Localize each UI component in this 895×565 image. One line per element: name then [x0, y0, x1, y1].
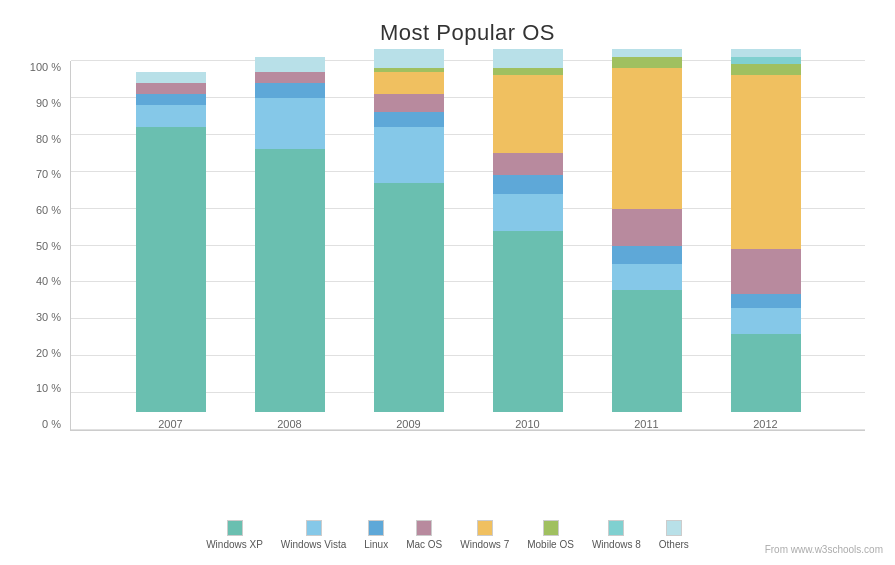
- legend-item-windows8: Windows 8: [592, 520, 641, 550]
- bar-group: 2010: [493, 49, 563, 430]
- legend-label-others: Others: [659, 539, 689, 550]
- chart-container: Most Popular OS 0 %10 %20 %30 %40 %50 %6…: [0, 0, 895, 565]
- bar: [493, 49, 563, 412]
- bar-segment-windowsVista: [612, 264, 682, 290]
- bar-segment-windowsXP: [612, 290, 682, 412]
- legend-swatch-macOS: [416, 520, 432, 536]
- y-axis-label: 80 %: [16, 133, 61, 145]
- bar-segment-others: [731, 49, 801, 56]
- bar-segment-windows7: [731, 75, 801, 249]
- bar-segment-windows7: [612, 68, 682, 209]
- bar-segment-windowsVista: [493, 194, 563, 231]
- legend-swatch-windows8: [608, 520, 624, 536]
- bar-segment-windowsXP: [493, 231, 563, 412]
- legend-item-macOS: Mac OS: [406, 520, 442, 550]
- legend-item-mobileOS: Mobile OS: [527, 520, 574, 550]
- legend-label-windows7: Windows 7: [460, 539, 509, 550]
- x-axis-label: 2008: [277, 418, 301, 430]
- legend-swatch-windowsVista: [306, 520, 322, 536]
- bar-segment-linux: [493, 175, 563, 194]
- bar-segment-windowsXP: [731, 334, 801, 412]
- bars-wrapper: 200720082009201020112012: [71, 61, 865, 430]
- bar-segment-macOS: [374, 94, 444, 113]
- bar-segment-windowsVista: [255, 98, 325, 150]
- bar-segment-others: [374, 49, 444, 68]
- y-axis-label: 90 %: [16, 97, 61, 109]
- legend-swatch-linux: [368, 520, 384, 536]
- bar-segment-linux: [612, 246, 682, 265]
- bar-segment-windows8: [731, 57, 801, 64]
- bar-segment-mobileOS: [612, 57, 682, 68]
- y-axis-label: 0 %: [16, 418, 61, 430]
- y-axis-label: 30 %: [16, 311, 61, 323]
- legend-label-windowsVista: Windows Vista: [281, 539, 346, 550]
- y-axis-label: 20 %: [16, 347, 61, 359]
- x-axis-label: 2010: [515, 418, 539, 430]
- bar-segment-windowsXP: [255, 149, 325, 412]
- bar-group: 2009: [374, 49, 444, 430]
- legend-label-windows8: Windows 8: [592, 539, 641, 550]
- bar-group: 2011: [612, 49, 682, 430]
- bar-segment-linux: [731, 294, 801, 309]
- bar-segment-macOS: [255, 72, 325, 83]
- y-axis-label: 70 %: [16, 168, 61, 180]
- bar-segment-windowsVista: [374, 127, 444, 183]
- bar: [255, 57, 325, 412]
- x-axis-label: 2007: [158, 418, 182, 430]
- bar-segment-linux: [136, 94, 206, 105]
- legend-item-others: Others: [659, 520, 689, 550]
- bar: [731, 49, 801, 412]
- y-axis-label: 50 %: [16, 240, 61, 252]
- y-axis-label: 10 %: [16, 382, 61, 394]
- bar: [612, 49, 682, 412]
- bar-segment-others: [493, 49, 563, 68]
- bar-segment-others: [612, 49, 682, 56]
- legend-swatch-others: [666, 520, 682, 536]
- bar-segment-macOS: [731, 249, 801, 293]
- y-axis-label: 60 %: [16, 204, 61, 216]
- bar-segment-linux: [255, 83, 325, 98]
- bar-segment-others: [255, 57, 325, 72]
- legend-swatch-windows7: [477, 520, 493, 536]
- legend-label-mobileOS: Mobile OS: [527, 539, 574, 550]
- bar-segment-macOS: [612, 209, 682, 246]
- legend-label-linux: Linux: [364, 539, 388, 550]
- x-axis-label: 2012: [753, 418, 777, 430]
- bar-group: 2008: [255, 57, 325, 430]
- legend-label-windowsXP: Windows XP: [206, 539, 263, 550]
- x-axis-label: 2011: [634, 418, 658, 430]
- bar-segment-windows7: [493, 75, 563, 153]
- bar-group: 2012: [731, 49, 801, 430]
- bar-group: 2007: [136, 72, 206, 430]
- legend: Windows XPWindows VistaLinuxMac OSWindow…: [0, 520, 895, 550]
- legend-item-windowsXP: Windows XP: [206, 520, 263, 550]
- bar-segment-mobileOS: [493, 68, 563, 75]
- y-axis-labels: 0 %10 %20 %30 %40 %50 %60 %70 %80 %90 %1…: [16, 61, 61, 430]
- bar-segment-windowsXP: [136, 127, 206, 412]
- legend-item-windowsVista: Windows Vista: [281, 520, 346, 550]
- bar-segment-macOS: [136, 83, 206, 94]
- bar-segment-macOS: [493, 153, 563, 175]
- bar-segment-windowsVista: [136, 105, 206, 127]
- bar-segment-linux: [374, 112, 444, 127]
- bar-segment-mobileOS: [731, 64, 801, 75]
- legend-item-linux: Linux: [364, 520, 388, 550]
- legend-item-windows7: Windows 7: [460, 520, 509, 550]
- bar-segment-windows7: [374, 72, 444, 94]
- y-axis-label: 40 %: [16, 275, 61, 287]
- bar: [374, 49, 444, 412]
- bar-segment-others: [136, 72, 206, 83]
- watermark: From www.w3schools.com: [765, 544, 883, 555]
- y-axis-label: 100 %: [16, 61, 61, 73]
- bar: [136, 72, 206, 412]
- legend-swatch-mobileOS: [543, 520, 559, 536]
- chart-area: 0 %10 %20 %30 %40 %50 %60 %70 %80 %90 %1…: [70, 61, 865, 431]
- bar-segment-windowsVista: [731, 308, 801, 334]
- legend-label-macOS: Mac OS: [406, 539, 442, 550]
- bar-segment-windowsXP: [374, 183, 444, 412]
- x-axis-label: 2009: [396, 418, 420, 430]
- legend-swatch-windowsXP: [227, 520, 243, 536]
- chart-title: Most Popular OS: [70, 20, 865, 46]
